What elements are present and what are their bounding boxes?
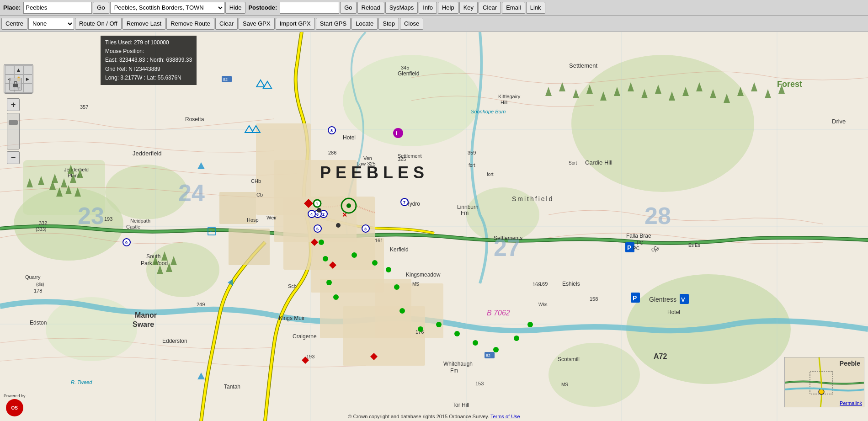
postcode-input[interactable] <box>280 2 339 14</box>
svg-text:1: 1 <box>316 202 318 206</box>
svg-rect-25 <box>375 283 443 338</box>
svg-text:South: South <box>146 253 160 260</box>
svg-text:PC: PC <box>633 246 639 251</box>
hide-button[interactable]: Hide <box>225 2 246 14</box>
zoom-out-button[interactable]: − <box>7 151 20 164</box>
svg-text:Whitehaugh: Whitehaugh <box>443 361 473 367</box>
stop-button[interactable]: Stop <box>378 18 399 30</box>
svg-text:Es: Es <box>688 243 694 248</box>
svg-text:P: P <box>633 294 637 302</box>
svg-text:Cardie Hill: Cardie Hill <box>585 159 612 166</box>
svg-text:Glenfield: Glenfield <box>398 70 419 77</box>
centre-select[interactable]: None <box>28 18 74 30</box>
zoom-controls: + − <box>7 98 20 164</box>
svg-text:332: 332 <box>39 220 47 226</box>
grid-ref: Grid Ref: NT23443889 <box>105 65 192 74</box>
svg-text:MS: MS <box>561 382 568 387</box>
zoom-in-button[interactable]: + <box>7 98 20 111</box>
svg-text:Manor: Manor <box>135 311 157 319</box>
place-label: Place: <box>1 4 22 11</box>
svg-point-124 <box>418 326 423 332</box>
svg-text:8: 8 <box>330 128 333 133</box>
svg-text:Kingsmeadow: Kingsmeadow <box>406 272 441 278</box>
save-gpx-button[interactable]: Save GPX <box>239 18 275 30</box>
svg-text:Hosp: Hosp <box>247 217 259 223</box>
svg-rect-27 <box>229 229 270 265</box>
go2-button[interactable]: Go <box>340 2 356 14</box>
svg-text:5: 5 <box>316 227 319 231</box>
svg-text:Edderston: Edderston <box>162 338 187 344</box>
centre-button[interactable]: Centre <box>1 18 27 30</box>
info-button[interactable]: Info <box>419 2 437 14</box>
lock-icon-area[interactable] <box>9 78 22 91</box>
svg-text:Hotel: Hotel <box>667 309 680 315</box>
lock-icon <box>12 80 19 88</box>
help-button[interactable]: Help <box>438 2 458 14</box>
terms-link[interactable]: Terms of Use <box>490 414 520 419</box>
clear-button-row2[interactable]: Clear <box>215 18 238 30</box>
email-button[interactable]: Email <box>502 2 525 14</box>
svg-text:Glentress: Glentress <box>649 296 676 303</box>
compass-right[interactable]: ► <box>23 75 32 84</box>
svg-text:Settlement: Settlement <box>569 62 598 69</box>
svg-text:345: 345 <box>401 65 409 70</box>
map-svg[interactable]: PEEBLES Glenfield Kittlegairy Hill Settl… <box>0 32 868 421</box>
compass-up[interactable]: ▲ <box>14 65 23 75</box>
tiles-used: Tiles Used: 279 of 100000 <box>105 38 192 47</box>
svg-text:4: 4 <box>310 212 313 217</box>
svg-point-133 <box>336 223 341 228</box>
svg-text:Rosetta: Rosetta <box>185 116 204 123</box>
svg-point-118 <box>333 294 339 300</box>
svg-text:Eshiels: Eshiels <box>562 281 580 287</box>
svg-text:9: 9 <box>125 240 128 245</box>
svg-text:Ven: Ven <box>363 155 372 161</box>
svg-text:Scotsmill: Scotsmill <box>558 356 580 362</box>
remove-route-button[interactable]: Remove Route <box>166 18 214 30</box>
svg-text:PC: PC <box>637 240 643 245</box>
route-on-off-button[interactable]: Route On / Off <box>75 18 122 30</box>
start-gps-button[interactable]: Start GPS <box>316 18 351 30</box>
svg-text:Linnburn: Linnburn <box>457 204 479 210</box>
svg-text:3: 3 <box>364 227 367 231</box>
compass-up-right <box>23 65 32 75</box>
sysmaps-button[interactable]: SysMaps <box>385 2 418 14</box>
place-input[interactable] <box>23 2 92 14</box>
link-button[interactable]: Link <box>526 2 545 14</box>
svg-text:Hill: Hill <box>501 100 507 105</box>
svg-text:357: 357 <box>80 104 88 110</box>
key-button[interactable]: Key <box>459 2 478 14</box>
svg-text:Fm: Fm <box>450 368 458 374</box>
locate-button[interactable]: Locate <box>351 18 378 30</box>
svg-text:359: 359 <box>468 150 476 155</box>
svg-rect-140 <box>393 128 403 138</box>
svg-text:CHb: CHb <box>251 178 261 184</box>
location-dropdown[interactable]: Peebles, Scottish Borders, TOWN <box>110 2 224 14</box>
svg-text:Falla Brae: Falla Brae <box>626 233 651 239</box>
svg-text:Edston: Edston <box>30 320 47 326</box>
svg-text:MS: MS <box>412 282 419 287</box>
svg-text:Neidpath: Neidpath <box>130 218 150 224</box>
svg-text:(333): (333) <box>36 227 46 232</box>
reload-button[interactable]: Reload <box>357 2 384 14</box>
close-button[interactable]: Close <box>400 18 423 30</box>
svg-point-122 <box>394 284 399 290</box>
zoom-slider-track[interactable] <box>7 113 20 149</box>
svg-text:i: i <box>396 130 398 137</box>
zoom-slider-thumb[interactable] <box>9 120 18 125</box>
svg-text:158: 158 <box>590 296 598 302</box>
svg-point-117 <box>326 280 332 285</box>
svg-text:Kerfield: Kerfield <box>390 246 409 253</box>
svg-point-129 <box>514 336 519 341</box>
clear-button-row1[interactable]: Clear <box>479 2 501 14</box>
go1-button[interactable]: Go <box>93 2 109 14</box>
minimap-permalink[interactable]: Permalink <box>840 400 862 406</box>
import-gpx-button[interactable]: Import GPX <box>276 18 315 30</box>
toolbar-row1: Place: Go Peebles, Scottish Borders, TOW… <box>0 0 868 16</box>
map-container[interactable]: PEEBLES Glenfield Kittlegairy Hill Settl… <box>0 32 868 421</box>
svg-point-127 <box>473 340 478 346</box>
svg-text:Forest: Forest <box>777 80 802 89</box>
svg-text:178: 178 <box>34 288 42 293</box>
svg-point-116 <box>323 256 328 261</box>
remove-last-button[interactable]: Remove Last <box>122 18 166 30</box>
svg-text:A72: A72 <box>654 352 667 360</box>
